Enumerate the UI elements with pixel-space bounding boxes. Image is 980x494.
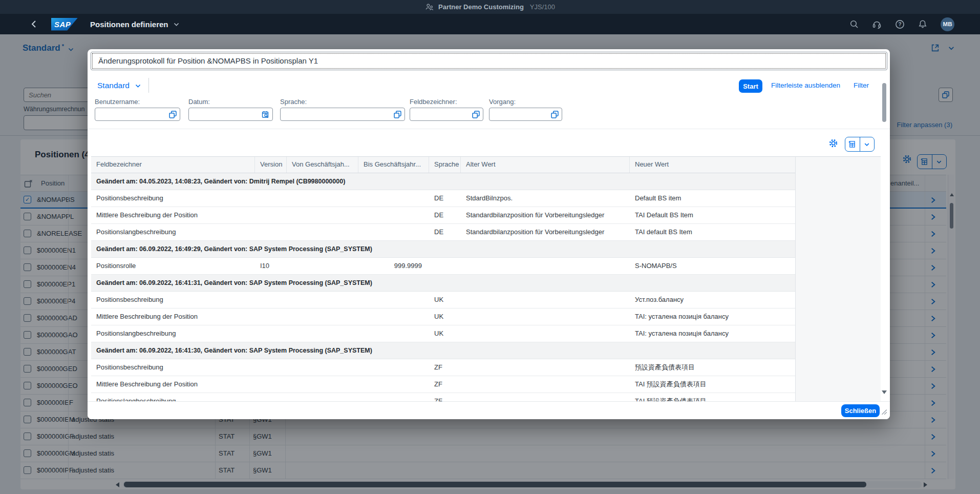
sap-logo[interactable]: SAP	[51, 18, 78, 31]
cell-alter-wert	[461, 376, 630, 393]
cell-neuer-wert: 預設資產負債表項目	[630, 359, 795, 376]
filters-link[interactable]: Filter	[854, 81, 869, 89]
column-header[interactable]: Version	[255, 157, 287, 173]
value-help-icon[interactable]	[551, 111, 559, 118]
shell-bar: SAP Positionen definieren ? MB	[0, 14, 980, 34]
export-menu-chevron-icon[interactable]	[860, 137, 875, 151]
change-log-row[interactable]: PositionslangbeschreibungDEStandardbilan…	[91, 224, 795, 241]
cell-bis-geschaeftsjahr	[358, 325, 429, 342]
value-help-icon[interactable]	[472, 111, 480, 118]
cell-version	[255, 308, 287, 325]
system-title: Partner Demo Customizing	[438, 3, 524, 11]
search-icon[interactable]	[849, 19, 859, 29]
cell-neuer-wert: TAI: усталена позиція балансу	[630, 325, 795, 342]
change-log-dialog: Änderungsprotokoll für Position &NOMAPBS…	[88, 49, 890, 419]
cell-neuer-wert: TAI: усталена позиція балансу	[630, 308, 795, 325]
change-log-row[interactable]: Mittlere Beschreibung der PositionUKTAI:…	[91, 308, 795, 325]
change-log-row[interactable]: PositionslangbeschreibungUKTAI: усталена…	[91, 325, 795, 342]
app-title: Positionen definieren	[90, 20, 168, 29]
scroll-down-icon[interactable]	[882, 390, 887, 394]
cell-alter-wert	[461, 393, 630, 401]
cell-feldbezeichner: Positionsbeschreibung	[91, 359, 255, 376]
start-button[interactable]: Start	[739, 79, 762, 93]
back-icon[interactable]	[30, 19, 39, 29]
cell-alter-wert	[461, 359, 630, 376]
cell-alter-wert	[461, 325, 630, 342]
chevron-down-icon	[173, 21, 180, 28]
column-header[interactable]: Sprache	[429, 157, 461, 173]
change-group-header: Geändert am: 04.05.2023, 14:08:23, Geänd…	[91, 173, 795, 190]
cell-von-geschaeftsjahr	[287, 393, 358, 401]
column-header[interactable]: Alter Wert	[461, 157, 630, 173]
cell-sprache: DE	[429, 190, 461, 207]
cell-version	[255, 224, 287, 240]
feldbezeichner-input[interactable]	[410, 108, 483, 121]
people-icon	[425, 3, 434, 11]
change-group-header: Geändert am: 06.09.2022, 16:41:30, Geänd…	[91, 342, 795, 359]
column-header[interactable]: Von Geschäftsjah...	[287, 157, 358, 173]
bell-icon[interactable]	[918, 19, 927, 29]
change-log-row[interactable]: PositionsbeschreibungUKУст.поз.балансу	[91, 292, 795, 308]
cell-neuer-wert: TAI 預設資產負債表項目	[630, 376, 795, 393]
avatar[interactable]: MB	[941, 17, 954, 31]
date-picker-icon[interactable]	[262, 111, 269, 118]
cell-neuer-wert: S-NOMAPB/S	[630, 258, 795, 274]
dialog-footer: Schließen	[88, 401, 890, 419]
cell-bis-geschaeftsjahr	[358, 190, 429, 207]
cell-sprache: ZF	[429, 359, 461, 376]
cell-version	[255, 292, 287, 308]
cell-von-geschaeftsjahr	[287, 308, 358, 325]
export-split-button[interactable]	[845, 137, 875, 152]
cell-von-geschaeftsjahr	[287, 359, 358, 376]
change-log-table-body: Geändert am: 04.05.2023, 14:08:23, Geänd…	[91, 173, 795, 401]
field-feldbezeichner: Feldbezeichner:	[410, 98, 483, 121]
resize-grip-icon[interactable]	[880, 408, 887, 415]
cell-bis-geschaeftsjahr	[358, 393, 429, 401]
system-banner: Partner Demo Customizing YJS/100	[0, 0, 980, 14]
cell-alter-wert: Standardbilanzposition für Vorbereitungs…	[461, 224, 630, 240]
column-header[interactable]: Bis Geschäftsjahr...	[358, 157, 429, 173]
value-help-icon[interactable]	[394, 111, 401, 118]
benutzername-input[interactable]	[95, 108, 180, 121]
datum-input[interactable]	[188, 108, 273, 121]
value-help-icon[interactable]	[169, 111, 177, 118]
change-log-row[interactable]: PositionsbeschreibungDEStdardBilnzpos.De…	[91, 190, 795, 207]
sprache-input[interactable]	[280, 108, 405, 121]
cell-sprache: DE	[429, 207, 461, 223]
cell-neuer-wert: TAI default BS Item	[630, 224, 795, 240]
cell-feldbezeichner: Mittlere Beschreibung der Position	[91, 376, 255, 393]
change-log-row[interactable]: PositionsrolleI10999.9999S-NOMAPB/S	[91, 258, 795, 275]
hide-filterbar-link[interactable]: Filterleiste ausblenden	[771, 81, 840, 89]
export-icon[interactable]	[845, 137, 860, 151]
cell-sprache: UK	[429, 292, 461, 308]
change-log-row[interactable]: PositionsbeschreibungZF預設資產負債表項目	[91, 359, 795, 376]
change-log-table-header: Feldbezeichner Version Von Geschäftsjah.…	[91, 156, 795, 173]
help-icon[interactable]: ?	[895, 19, 905, 29]
column-header[interactable]: Neuer Wert	[630, 157, 795, 173]
cell-feldbezeichner: Positionsbeschreibung	[91, 292, 255, 308]
cell-version: I10	[255, 258, 287, 274]
dialog-variant-selector[interactable]: Standard	[97, 79, 141, 92]
cell-version	[255, 359, 287, 376]
column-header[interactable]: Feldbezeichner	[91, 157, 255, 173]
change-group-header: Geändert am: 06.09.2022, 16:49:29, Geänd…	[91, 241, 795, 258]
field-datum: Datum:	[188, 98, 273, 121]
settings-gear-icon[interactable]	[828, 138, 838, 148]
headset-icon[interactable]	[872, 19, 882, 29]
app-title-menu[interactable]: Positionen definieren	[90, 20, 180, 29]
change-log-row[interactable]: Mittlere Beschreibung der PositionDEStan…	[91, 207, 795, 224]
change-log-row[interactable]: PositionslangbeschreibungZFTAI 預設資產負債表項目	[91, 393, 795, 401]
cell-bis-geschaeftsjahr	[358, 359, 429, 376]
cell-von-geschaeftsjahr	[287, 376, 358, 393]
change-log-row[interactable]: Mittlere Beschreibung der PositionZFTAI …	[91, 376, 795, 393]
close-button[interactable]: Schließen	[841, 404, 880, 417]
system-id: YJS/100	[530, 3, 555, 11]
cell-alter-wert: Standardbilanzposition für Vorbereitungs…	[461, 207, 630, 223]
vorgang-input[interactable]	[489, 108, 562, 121]
dialog-scrollbar-thumb[interactable]	[882, 83, 886, 122]
cell-feldbezeichner: Positionslangbeschreibung	[91, 224, 255, 240]
cell-bis-geschaeftsjahr	[358, 308, 429, 325]
cell-sprache: UK	[429, 325, 461, 342]
filterbar-divider	[88, 129, 890, 129]
cell-bis-geschaeftsjahr	[358, 224, 429, 240]
